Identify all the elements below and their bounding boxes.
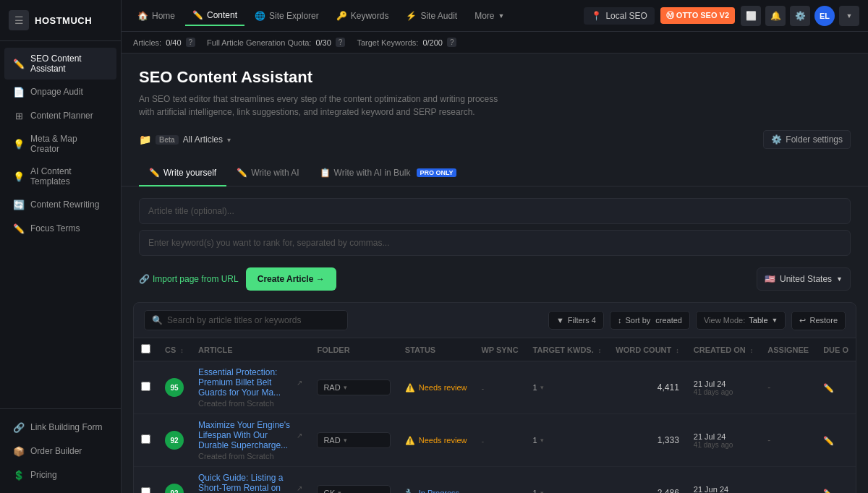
nav-site-explorer[interactable]: 🌐 Site Explorer: [247, 7, 326, 25]
col-due[interactable]: DUE O: [816, 338, 856, 361]
sidebar-item-focus-terms[interactable]: ✏️ Focus Terms: [4, 217, 116, 240]
nav-home[interactable]: 🏠 Home: [130, 7, 182, 25]
status-badge: 🔧 In Progress: [405, 489, 467, 494]
col-folder[interactable]: FOLDER: [310, 338, 397, 361]
settings-icon-btn[interactable]: ⚙️: [790, 6, 810, 26]
sidebar-item-content-rewriting[interactable]: 🔄 Content Rewriting: [4, 193, 116, 216]
view-mode-selector[interactable]: View Mode: Table ▼: [696, 311, 786, 330]
bell-icon-btn[interactable]: 🔔: [765, 6, 786, 26]
menu-icon[interactable]: ☰: [9, 10, 29, 30]
lightbulb-icon: 💡: [13, 138, 25, 150]
article-title-link[interactable]: Quick Guide: Listing a Short-Term Rental…: [198, 473, 302, 493]
nav-more[interactable]: More ▼: [467, 7, 511, 25]
home-icon: 🏠: [137, 11, 148, 21]
tab-write-with-ai[interactable]: ✏️ Write with AI: [226, 160, 309, 187]
row-due-cell: ✏️: [816, 414, 856, 467]
sidebar-item-onpage-audit[interactable]: 📄 Onpage Audit: [4, 80, 116, 103]
dropdown-chevron-btn[interactable]: ▼: [839, 6, 859, 26]
tab-write-with-ai-bulk[interactable]: 📋 Write with AI in Bulk PRO ONLY: [310, 160, 467, 187]
folder-settings-button[interactable]: ⚙️ Folder settings: [763, 130, 851, 149]
sidebar-item-order-builder[interactable]: 📦 Order Builder: [4, 440, 116, 463]
article-subtitle: Created from Scratch: [198, 452, 302, 460]
folder-selector[interactable]: 📁 Beta All Articles ▾: [139, 134, 231, 145]
keywords-input[interactable]: [139, 230, 851, 256]
col-status[interactable]: STATUS: [398, 338, 475, 361]
monitor-icon-btn[interactable]: ⬜: [741, 6, 761, 26]
col-assignee[interactable]: ASSIGNEE: [760, 338, 816, 361]
sidebar-item-link-building-form[interactable]: 🔗 Link Building Form: [4, 416, 116, 439]
search-input[interactable]: [167, 315, 340, 325]
otto-btn[interactable]: Ⓜ OTTO SEO V2: [660, 7, 735, 24]
article-title-link[interactable]: Essential Protection: Premium Billet Bel…: [198, 367, 302, 398]
col-article[interactable]: ARTICLE: [191, 338, 310, 361]
sidebar-logo: ☰ HOSTMUCH: [0, 0, 121, 41]
edit-icon[interactable]: ✏️: [823, 489, 834, 494]
col-word-count[interactable]: WORD COUNT ↕: [608, 338, 686, 361]
import-page-link[interactable]: 🔗 Import page from URL: [139, 274, 239, 284]
page-icon: 📄: [13, 86, 25, 98]
table-row: 92 Quick Guide: Listing a Short-Term Ren…: [134, 467, 856, 494]
article-title-link[interactable]: Maximize Your Engine's Lifespan With Our…: [198, 420, 302, 450]
target-kw-info-badge[interactable]: ?: [447, 38, 457, 47]
form-actions-row: 🔗 Import page from URL Create Article → …: [139, 267, 851, 291]
full-article-info-badge[interactable]: ?: [336, 38, 346, 47]
assignee-value: -: [767, 435, 770, 445]
wp-sync-value: -: [481, 489, 484, 494]
target-kw-value[interactable]: 1 ▾: [533, 489, 602, 493]
grid-icon: ⊞: [13, 110, 25, 121]
row-checkbox-0[interactable]: [141, 382, 150, 391]
row-folder-dropdown[interactable]: GK ▾: [317, 485, 390, 493]
row-folder-dropdown[interactable]: RAD ▾: [317, 380, 390, 395]
sidebar-item-ai-content-templates[interactable]: 💡 AI Content Templates: [4, 160, 116, 192]
sidebar-item-label: Pricing: [30, 470, 57, 480]
dollar-icon: 💲: [13, 469, 25, 481]
articles-info-badge[interactable]: ?: [186, 38, 196, 47]
table-header-row: CS ↕ ARTICLE FOLDER STATUS WP SYNC TARGE…: [134, 338, 856, 361]
nav-keywords[interactable]: 🔑 Keywords: [329, 7, 396, 25]
word-count-value: 2,486: [658, 488, 679, 493]
wp-sync-value: -: [481, 437, 484, 445]
create-article-button[interactable]: Create Article →: [246, 267, 336, 291]
article-title-input[interactable]: [139, 198, 851, 224]
status-badge: ⚠️ Needs review: [405, 436, 467, 445]
select-all-checkbox[interactable]: [141, 344, 150, 353]
restore-button[interactable]: ↩ Restore: [791, 311, 846, 330]
nav-site-audit[interactable]: ⚡ Site Audit: [399, 7, 464, 25]
col-wp-sync[interactable]: WP SYNC: [474, 338, 525, 361]
sidebar-item-label: Onpage Audit: [30, 87, 83, 97]
avatar[interactable]: EL: [814, 6, 835, 26]
status-icon: 🔧: [405, 489, 415, 494]
cs-score-badge: 92: [165, 431, 184, 450]
sidebar-item-meta-map-creator[interactable]: 💡 Meta & Map Creator: [4, 128, 116, 160]
edit-icon[interactable]: ✏️: [823, 383, 834, 393]
sidebar-item-seo-content-assistant[interactable]: ✏️ SEO Content Assistant: [4, 48, 116, 80]
sort-by-button[interactable]: ↕ Sort by created: [610, 311, 690, 330]
row-checkbox-2[interactable]: [141, 487, 150, 493]
external-link-icon: ↗: [297, 484, 302, 492]
row-checkbox-cell: [134, 361, 158, 414]
nav-content[interactable]: ✏️ Content: [185, 6, 244, 26]
location-selector[interactable]: 📍 Local SEO: [584, 7, 654, 25]
sidebar-item-content-planner[interactable]: ⊞ Content Planner: [4, 104, 116, 127]
sidebar-item-pricing[interactable]: 💲 Pricing: [4, 463, 116, 486]
col-created-on[interactable]: CREATED ON ↕: [686, 338, 760, 361]
row-folder-dropdown[interactable]: RAD ▾: [317, 432, 390, 448]
row-checkbox-1[interactable]: [141, 434, 150, 444]
col-target-kwds[interactable]: TARGET KWDS. ↕: [526, 338, 609, 361]
search-box[interactable]: 🔍: [144, 310, 348, 330]
col-cs[interactable]: CS ↕: [158, 338, 191, 361]
filters-button[interactable]: ▼ Filters 4: [548, 311, 604, 330]
target-kw-value[interactable]: 1 ▾: [533, 383, 602, 392]
created-date: 21 Jul 24: [694, 380, 753, 388]
quota-full-article: Full Article Generation Quota: 0/30 ?: [207, 38, 345, 47]
edit-icon[interactable]: ✏️: [823, 436, 834, 446]
bolt-icon: ⚡: [406, 11, 417, 21]
target-kw-value[interactable]: 1 ▾: [533, 436, 602, 445]
row-checkbox-cell: [134, 414, 158, 467]
tab-write-yourself[interactable]: ✏️ Write yourself: [139, 160, 226, 187]
row-wp-sync-cell: -: [474, 361, 525, 414]
row-assignee-cell: -: [760, 414, 816, 467]
kw-dropdown-icon: ▾: [540, 384, 544, 391]
country-selector[interactable]: 🇺🇸 United States ▼: [757, 267, 851, 291]
status-icon: ⚠️: [405, 383, 415, 393]
